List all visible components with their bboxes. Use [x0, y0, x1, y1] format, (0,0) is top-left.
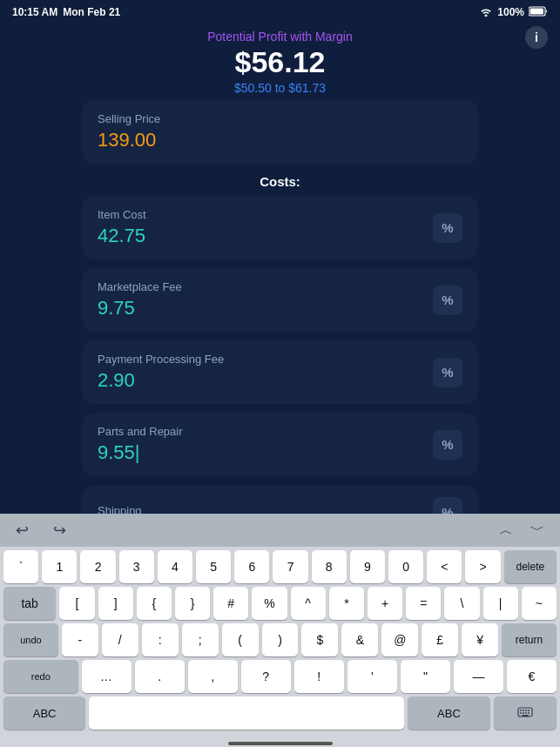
key-caret[interactable]: ^ [291, 587, 326, 620]
key-rbracket[interactable]: ] [98, 587, 133, 620]
status-date: Mon Feb 21 [63, 6, 120, 18]
marketplace-fee-percent-btn[interactable]: % [433, 286, 462, 315]
kb-row-4: redo … . , ? ! ' " — € [3, 660, 557, 693]
battery-icon [529, 6, 548, 19]
tab-key[interactable]: tab [3, 587, 56, 620]
key-backtick[interactable]: ` [3, 550, 38, 583]
key-slash[interactable]: / [102, 623, 138, 656]
costs-label: Costs: [82, 174, 478, 189]
key-3[interactable]: 3 [119, 550, 154, 583]
marketplace-fee-label: Marketplace Fee [98, 280, 182, 293]
undo-button[interactable]: ↩ [10, 519, 34, 542]
parts-repair-value[interactable]: 9.55| [98, 441, 183, 464]
abc-left-key[interactable]: ABC [3, 697, 85, 730]
key-period[interactable]: . [135, 660, 185, 693]
header-title: Potential Profit with Margin [207, 30, 353, 44]
key-backslash[interactable]: \ [444, 587, 479, 620]
key-asterisk[interactable]: * [329, 587, 364, 620]
key-colon[interactable]: : [142, 623, 179, 656]
key-at[interactable]: @ [381, 623, 418, 656]
battery-percent: 100% [497, 6, 524, 18]
delete-key[interactable]: delete [504, 550, 557, 583]
return-key[interactable]: return [502, 623, 557, 656]
key-4[interactable]: 4 [158, 550, 192, 583]
toolbar-right: ︿ ﹀ [494, 520, 550, 542]
payment-processing-percent-btn[interactable]: % [433, 358, 462, 387]
selling-price-value[interactable]: 139.00 [98, 129, 462, 151]
marketplace-fee-card: Marketplace Fee 9.75 % [82, 268, 478, 332]
key-rparen[interactable]: ) [262, 623, 299, 656]
key-lparen[interactable]: ( [222, 623, 259, 656]
keyboard-icon-key[interactable] [494, 697, 557, 730]
key-equals[interactable]: = [406, 587, 441, 620]
kb-row-5: ABC ABC [3, 697, 557, 730]
item-cost-label: Item Cost [98, 208, 146, 221]
redo-button[interactable]: ↪ [48, 519, 71, 542]
key-apos[interactable]: ' [347, 660, 397, 693]
item-cost-value[interactable]: 42.75 [98, 225, 146, 247]
payment-processing-label: Payment Processing Fee [98, 353, 224, 366]
key-percent[interactable]: % [252, 587, 287, 620]
parts-repair-percent-btn[interactable]: % [433, 430, 462, 460]
key-exclaim[interactable]: ! [294, 660, 344, 693]
key-tilde[interactable]: ~ [522, 587, 557, 620]
selling-price-label: Selling Price [98, 112, 462, 125]
key-hash[interactable]: # [213, 587, 248, 620]
parts-repair-card: Parts and Repair 9.55| % [82, 413, 478, 476]
key-euro[interactable]: € [507, 660, 557, 693]
item-cost-percent-btn[interactable]: % [433, 213, 462, 243]
chevron-down-button[interactable]: ﹀ [525, 520, 550, 542]
home-indicator [228, 742, 333, 745]
key-question[interactable]: ? [241, 660, 291, 693]
key-lt[interactable]: < [427, 550, 462, 583]
status-right: 100% [479, 6, 548, 19]
key-plus[interactable]: + [368, 587, 402, 620]
status-bar: 10:15 AM Mon Feb 21 100% [0, 0, 560, 24]
kb-row-2: tab [ ] { } # % ^ * + = \ | ~ [3, 587, 557, 620]
key-minus[interactable]: - [62, 623, 98, 656]
marketplace-fee-value[interactable]: 9.75 [98, 297, 182, 320]
main-content: Potential Profit with Margin $56.12 $50.… [0, 24, 560, 539]
key-pipe[interactable]: | [483, 587, 518, 620]
chevron-up-button[interactable]: ︿ [494, 520, 518, 542]
key-lbrace[interactable]: { [137, 587, 172, 620]
payment-processing-value[interactable]: 2.90 [98, 369, 224, 392]
key-7[interactable]: 7 [273, 550, 307, 583]
key-1[interactable]: 1 [42, 550, 77, 583]
key-rbrace[interactable]: } [175, 587, 210, 620]
keyboard-area[interactable]: ↩ ↪ ︿ ﹀ ` 1 2 3 4 5 6 7 8 9 0 < > delete… [0, 514, 560, 747]
info-button[interactable]: i [525, 26, 548, 49]
header-amount: $56.12 [207, 45, 353, 79]
key-ellipsis[interactable]: … [82, 660, 132, 693]
item-cost-card: Item Cost 42.75 % [82, 196, 478, 259]
key-gt[interactable]: > [465, 550, 500, 583]
key-lbracket[interactable]: [ [59, 587, 94, 620]
key-yen[interactable]: ¥ [462, 623, 498, 656]
undo-key[interactable]: undo [3, 623, 58, 656]
keyboard-rows: ` 1 2 3 4 5 6 7 8 9 0 < > delete tab [ ]… [0, 547, 560, 738]
key-5[interactable]: 5 [196, 550, 231, 583]
key-quote[interactable]: " [401, 660, 450, 693]
key-ampersand[interactable]: & [341, 623, 378, 656]
key-pound[interactable]: £ [422, 623, 458, 656]
key-semicolon[interactable]: ; [182, 623, 219, 656]
key-2[interactable]: 2 [80, 550, 115, 583]
selling-price-card: Selling Price 139.00 [82, 100, 478, 164]
kb-row-1: ` 1 2 3 4 5 6 7 8 9 0 < > delete [3, 550, 557, 583]
key-9[interactable]: 9 [350, 550, 385, 583]
key-comma[interactable]: , [188, 660, 238, 693]
abc-right-key[interactable]: ABC [408, 697, 489, 730]
redo-key[interactable]: redo [3, 660, 78, 693]
header-range: $50.50 to $61.73 [207, 81, 353, 95]
keyboard-toolbar: ↩ ↪ ︿ ﹀ [0, 514, 560, 547]
svg-rect-1 [530, 8, 544, 14]
payment-processing-card: Payment Processing Fee 2.90 % [82, 340, 478, 404]
key-8[interactable]: 8 [312, 550, 347, 583]
parts-repair-label: Parts and Repair [98, 425, 183, 438]
space-key[interactable] [89, 697, 404, 730]
key-0[interactable]: 0 [388, 550, 423, 583]
status-time: 10:15 AM [12, 6, 57, 18]
key-dollar[interactable]: $ [301, 623, 338, 656]
key-emdash[interactable]: — [454, 660, 503, 693]
key-6[interactable]: 6 [234, 550, 269, 583]
